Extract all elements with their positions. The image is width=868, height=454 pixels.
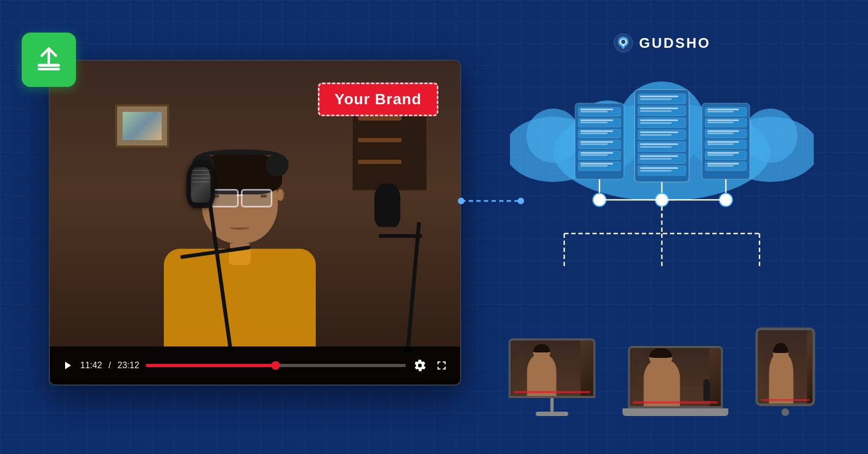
progress-fill	[146, 364, 276, 367]
progress-thumb[interactable]	[271, 361, 280, 370]
glasses	[207, 189, 272, 205]
grille-line	[192, 181, 209, 182]
screen-person-head	[533, 344, 551, 361]
svg-rect-49	[640, 158, 672, 160]
svg-rect-21	[580, 133, 608, 134]
play-button[interactable]	[61, 359, 74, 372]
screen-progress	[761, 399, 810, 401]
svg-rect-67	[707, 152, 739, 154]
svg-rect-14	[580, 109, 613, 110]
fullscreen-button[interactable]	[434, 358, 449, 373]
brand-label: Your Brand	[318, 83, 438, 116]
monitor-base	[536, 412, 569, 416]
laptop-screen-content	[630, 348, 721, 406]
laptop	[623, 346, 729, 416]
screen-mic	[704, 379, 710, 401]
right-headphone-cup	[266, 154, 289, 176]
svg-rect-62	[707, 133, 733, 134]
video-thumbnail: Your Brand	[50, 61, 460, 384]
svg-rect-52	[640, 170, 672, 172]
progress-bar[interactable]	[146, 364, 406, 367]
video-player: Your Brand 11:42 / 23:12	[49, 60, 461, 386]
microphone-head	[187, 162, 215, 208]
shelf-plank	[358, 116, 401, 121]
grille-line	[192, 174, 209, 175]
screen-person-head	[649, 348, 673, 366]
painting-content	[123, 112, 162, 140]
cloud-section: GUDSHO	[477, 22, 846, 432]
desktop-monitor	[509, 338, 596, 416]
microphone-2-head	[374, 184, 400, 227]
svg-rect-24	[580, 143, 608, 145]
shelf-plank	[358, 160, 401, 164]
svg-rect-70	[707, 163, 739, 165]
gudsho-logo: GUDSHO	[613, 33, 711, 53]
cloud-servers-diagram	[510, 65, 814, 217]
svg-rect-65	[707, 143, 733, 145]
svg-rect-64	[707, 141, 739, 143]
video-section: Your Brand 11:42 / 23:12	[33, 43, 456, 386]
gudsho-logo-text: GUDSHO	[639, 35, 711, 52]
svg-rect-18	[580, 122, 608, 123]
monitor-stand	[551, 398, 554, 412]
svg-rect-0	[37, 64, 60, 67]
shelf-plank	[358, 138, 401, 142]
video-duration: 23:12	[118, 361, 139, 370]
tablet-home-button	[782, 408, 789, 416]
video-controls-bar: 11:42 / 23:12	[50, 346, 460, 384]
svg-rect-71	[707, 165, 733, 167]
monitor-screen-content	[511, 340, 593, 396]
svg-point-9	[526, 109, 580, 163]
svg-rect-27	[580, 154, 608, 156]
video-time: 11:42	[80, 361, 102, 370]
svg-rect-36	[640, 108, 678, 109]
grille-line	[192, 170, 209, 171]
laptop-body	[623, 408, 729, 416]
tablet-screen-content	[758, 330, 813, 403]
screen-person-body	[527, 355, 556, 396]
screen-progress	[514, 391, 591, 393]
screen-person-body	[769, 352, 794, 404]
svg-rect-17	[580, 119, 613, 121]
gear-icon	[413, 359, 426, 372]
right-ear	[277, 189, 284, 201]
grille-line	[192, 178, 209, 179]
svg-rect-26	[580, 152, 613, 154]
fullscreen-icon	[435, 358, 449, 373]
wall-painting	[115, 104, 169, 148]
svg-rect-43	[640, 134, 672, 136]
tablet-screen	[756, 327, 815, 406]
torso	[164, 249, 316, 346]
laptop-screen	[628, 346, 723, 408]
settings-button[interactable]	[412, 358, 427, 373]
svg-rect-34	[640, 98, 672, 100]
svg-rect-56	[707, 111, 733, 112]
screen-progress	[633, 401, 718, 403]
svg-rect-15	[580, 111, 608, 112]
svg-rect-20	[580, 130, 613, 132]
cloud-servers-svg	[510, 65, 814, 217]
screen-person-hair	[533, 344, 551, 353]
svg-rect-23	[580, 141, 613, 143]
upload-icon-box[interactable]	[22, 33, 76, 87]
svg-rect-61	[707, 130, 739, 132]
devices-row	[509, 327, 815, 416]
mic-grille	[191, 167, 210, 203]
svg-rect-68	[707, 154, 733, 156]
svg-rect-48	[640, 155, 678, 157]
svg-rect-39	[640, 119, 678, 121]
svg-rect-29	[580, 163, 613, 165]
svg-rect-40	[640, 122, 672, 124]
screen-person-body	[644, 360, 680, 406]
gudsho-logo-icon	[613, 33, 634, 53]
svg-rect-37	[640, 110, 672, 112]
svg-rect-33	[640, 96, 678, 97]
mouth	[230, 224, 250, 230]
svg-rect-59	[707, 122, 733, 123]
monitor-screen	[509, 338, 596, 398]
svg-rect-1	[37, 68, 60, 71]
svg-rect-58	[707, 119, 739, 121]
mic-arm-2	[379, 234, 422, 238]
upload-icon	[34, 45, 64, 75]
svg-rect-55	[707, 109, 739, 110]
